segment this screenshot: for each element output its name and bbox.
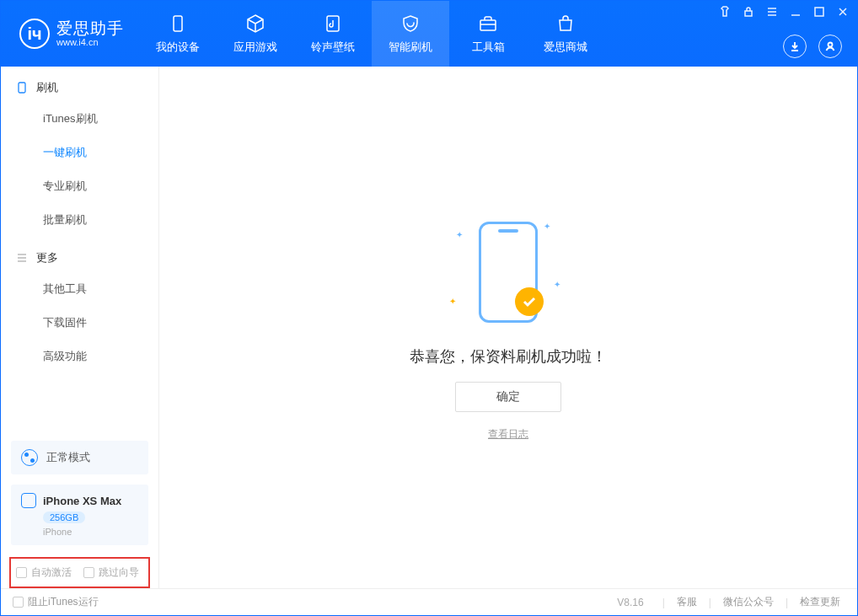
storage-badge: 256GB bbox=[43, 512, 85, 523]
app-logo: iч 爱思助手 www.i4.cn bbox=[1, 19, 139, 49]
footer-links: V8.16 | 客服 | 微信公众号 | 检查更新 bbox=[617, 595, 845, 609]
bag-icon bbox=[555, 13, 576, 35]
maximize-icon[interactable] bbox=[813, 6, 825, 18]
music-file-icon bbox=[322, 13, 344, 35]
success-illustration: ✦✦✦✦ bbox=[441, 213, 576, 331]
success-message: 恭喜您，保资料刷机成功啦！ bbox=[410, 346, 607, 367]
download-button[interactable] bbox=[783, 35, 807, 58]
app-title: 爱思助手 bbox=[56, 20, 124, 38]
view-log-link[interactable]: 查看日志 bbox=[488, 427, 528, 442]
menu-icon[interactable] bbox=[766, 6, 778, 18]
device-small-icon bbox=[21, 493, 36, 508]
logo-icon: iч bbox=[19, 19, 50, 49]
device-type: iPhone bbox=[43, 527, 72, 537]
ok-button[interactable]: 确定 bbox=[455, 382, 561, 412]
checkbox-block-itunes[interactable]: 阻止iTunes运行 bbox=[13, 595, 99, 609]
sidebar-section-more: 更多 bbox=[1, 237, 158, 272]
cube-icon bbox=[244, 13, 266, 35]
svg-rect-3 bbox=[745, 11, 752, 16]
shirt-icon[interactable] bbox=[719, 6, 731, 18]
minimize-icon[interactable] bbox=[790, 6, 802, 18]
sidebar-item-other-tools[interactable]: 其他工具 bbox=[1, 272, 158, 306]
hamburger-icon bbox=[16, 252, 28, 264]
checkbox-box-icon bbox=[13, 597, 24, 608]
highlighted-checkbox-row: 自动激活 跳过向导 bbox=[9, 557, 150, 588]
phone-icon bbox=[16, 82, 28, 94]
sidebar: 刷机 iTunes刷机 一键刷机 专业刷机 批量刷机 更多 其他工具 下载固件 … bbox=[1, 67, 159, 588]
titlebar: iч 爱思助手 www.i4.cn 我的设备 应用游戏 铃声壁纸 智能刷机 bbox=[1, 1, 857, 67]
mode-icon bbox=[21, 449, 38, 466]
footer-link-support[interactable]: 客服 bbox=[672, 595, 702, 609]
checkbox-skip-guide[interactable]: 跳过向导 bbox=[83, 565, 139, 580]
top-nav: 我的设备 应用游戏 铃声壁纸 智能刷机 工具箱 爱思商城 bbox=[139, 1, 604, 67]
svg-rect-0 bbox=[174, 16, 182, 31]
nav-store[interactable]: 爱思商城 bbox=[527, 1, 604, 67]
nav-ringtones-wallpapers[interactable]: 铃声壁纸 bbox=[294, 1, 372, 67]
version-label: V8.16 bbox=[617, 597, 643, 608]
svg-rect-2 bbox=[480, 20, 496, 30]
device-icon bbox=[167, 13, 189, 35]
sidebar-item-batch-flash[interactable]: 批量刷机 bbox=[1, 203, 158, 237]
sidebar-item-advanced[interactable]: 高级功能 bbox=[1, 340, 158, 373]
svg-rect-6 bbox=[19, 83, 25, 93]
sidebar-item-download-fw[interactable]: 下载固件 bbox=[1, 306, 158, 340]
app-subtitle: www.i4.cn bbox=[56, 37, 124, 47]
close-icon[interactable] bbox=[837, 6, 849, 18]
app-window: iч 爱思助手 www.i4.cn 我的设备 应用游戏 铃声壁纸 智能刷机 bbox=[0, 0, 858, 616]
device-name: iPhone XS Max bbox=[43, 495, 121, 507]
user-button[interactable] bbox=[818, 35, 842, 58]
nav-apps-games[interactable]: 应用游戏 bbox=[217, 1, 294, 67]
mode-label: 正常模式 bbox=[46, 450, 90, 465]
refresh-shield-icon bbox=[400, 13, 421, 35]
svg-rect-4 bbox=[815, 8, 823, 16]
checkbox-box-icon bbox=[83, 567, 94, 578]
footer-link-update[interactable]: 检查更新 bbox=[795, 595, 845, 609]
nav-smart-flash[interactable]: 智能刷机 bbox=[372, 1, 449, 67]
footer-link-wechat[interactable]: 微信公众号 bbox=[718, 595, 779, 609]
device-card[interactable]: iPhone XS Max 256GB iPhone bbox=[11, 485, 148, 545]
check-badge-icon bbox=[515, 287, 544, 316]
body: 刷机 iTunes刷机 一键刷机 专业刷机 批量刷机 更多 其他工具 下载固件 … bbox=[1, 67, 857, 588]
nav-toolbox[interactable]: 工具箱 bbox=[449, 1, 527, 67]
mode-card[interactable]: 正常模式 bbox=[11, 441, 148, 474]
footer: 阻止iTunes运行 V8.16 | 客服 | 微信公众号 | 检查更新 bbox=[1, 588, 857, 615]
sidebar-item-oneclick-flash[interactable]: 一键刷机 bbox=[1, 136, 158, 169]
checkbox-box-icon bbox=[16, 567, 27, 578]
window-controls bbox=[719, 6, 849, 18]
nav-my-device[interactable]: 我的设备 bbox=[139, 1, 217, 67]
toolbox-icon bbox=[477, 13, 499, 35]
sidebar-item-pro-flash[interactable]: 专业刷机 bbox=[1, 169, 158, 203]
sidebar-item-itunes-flash[interactable]: iTunes刷机 bbox=[1, 102, 158, 136]
checkbox-auto-activate[interactable]: 自动激活 bbox=[16, 565, 72, 580]
lock-icon[interactable] bbox=[743, 6, 754, 18]
svg-point-5 bbox=[829, 43, 833, 47]
sidebar-section-flash: 刷机 bbox=[1, 67, 158, 102]
main-content: ✦✦✦✦ 恭喜您，保资料刷机成功啦！ 确定 查看日志 bbox=[159, 67, 857, 588]
header-actions bbox=[783, 35, 842, 58]
